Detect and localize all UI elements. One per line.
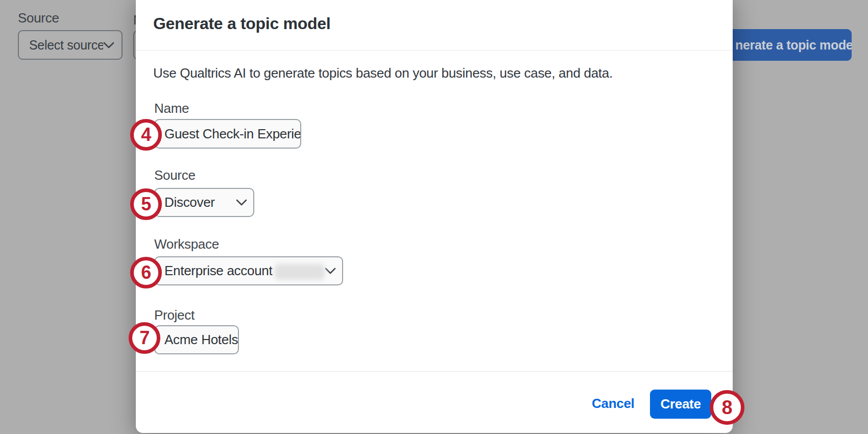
dialog-title: Generate a topic model: [153, 14, 330, 33]
create-button[interactable]: Create: [650, 390, 711, 419]
name-label: Name: [154, 101, 189, 116]
background-source-label: Source: [18, 10, 59, 26]
annotation-step-8: 8: [710, 390, 744, 425]
project-dropdown-value: Acme Hotels: [164, 332, 238, 348]
screen: Source Select source N nerate a topic mo…: [0, 0, 868, 434]
redacted-text-blur: [275, 264, 325, 280]
annotation-step-4: 4: [130, 119, 162, 151]
background-select-source-value: Select source: [29, 38, 103, 53]
dialog-description: Use Qualtrics AI to generate topics base…: [153, 65, 613, 81]
workspace-label: Workspace: [154, 236, 219, 252]
workspace-dropdown-value: Enterprise account: [164, 263, 272, 279]
create-button-label: Create: [660, 396, 701, 412]
annotation-step-5: 5: [130, 188, 162, 220]
annotation-step-6: 6: [130, 257, 162, 288]
background-generate-topic-model-button-label: nerate a topic model: [735, 38, 852, 53]
project-dropdown[interactable]: Acme Hotels: [154, 325, 239, 354]
name-input[interactable]: Guest Check-in Experie: [154, 119, 301, 149]
cancel-button[interactable]: Cancel: [592, 389, 634, 418]
source-label: Source: [154, 167, 196, 183]
project-label: Project: [154, 307, 195, 323]
chevron-down-icon: [236, 199, 247, 206]
workspace-dropdown[interactable]: Enterprise account: [154, 256, 343, 285]
generate-topic-model-dialog: Generate a topic model Use Qualtrics AI …: [136, 0, 733, 433]
footer-divider: [136, 371, 733, 372]
chevron-down-icon: [325, 268, 336, 274]
header-divider: [136, 50, 733, 51]
source-dropdown-value: Discover: [164, 195, 215, 210]
source-dropdown[interactable]: Discover: [154, 188, 254, 217]
annotation-step-7: 7: [129, 322, 160, 354]
background-select-source-dropdown: Select source: [18, 30, 123, 60]
chevron-down-icon: [238, 336, 239, 343]
name-input-value: Guest Check-in Experie: [164, 126, 301, 142]
chevron-down-icon: [103, 42, 114, 49]
